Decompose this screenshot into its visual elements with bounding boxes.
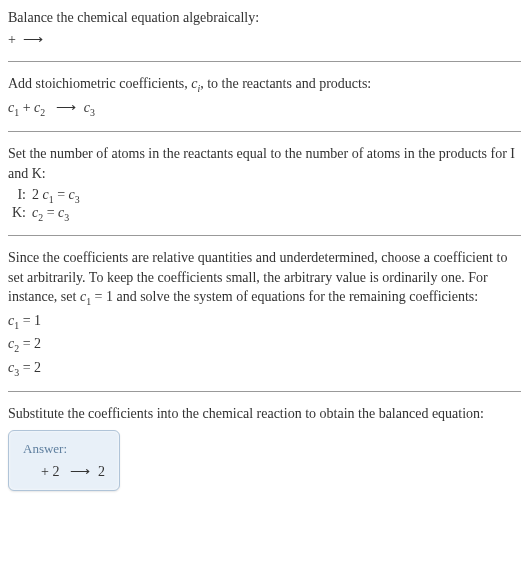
intro-eq-plus: + [8,32,19,47]
answer-equation: + 2 ⟶ 2 [23,463,105,480]
c-val: = 2 [19,336,41,351]
coef-2: 2 [32,187,43,202]
solve-text-b: = 1 and solve the system of equations fo… [91,289,478,304]
answer-box: Answer: + 2 ⟶ 2 [8,430,120,491]
atom-text: Set the number of atoms in the reactants… [8,144,521,183]
section-balance-intro: Balance the chemical equation algebraica… [8,8,521,49]
answer-pre: + 2 [41,464,63,479]
divider [8,235,521,236]
divider [8,391,521,392]
answer-label: Answer: [23,441,105,457]
c3-sub: 3 [75,194,80,205]
substitute-text: Substitute the coefficients into the che… [8,404,521,424]
c-val: = 1 [19,313,41,328]
divider [8,131,521,132]
intro-line1: Balance the chemical equation algebraica… [8,8,521,28]
stoich-text-b: , to the reactants and products: [200,76,371,91]
arrow-icon: ⟶ [70,463,90,480]
atom-row-K: K: c2 = c3 [8,205,521,223]
section-stoichiometric: Add stoichiometric coefficients, ci, to … [8,74,521,119]
section-solve: Since the coefficients are relative quan… [8,248,521,379]
atom-label-K: K: [8,205,32,221]
stoich-plus: + [19,100,34,115]
atom-equations: I: 2 c1 = c3 K: c2 = c3 [8,187,521,223]
solution-c2: c2 = 2 [8,334,521,356]
solution-c3: c3 = 2 [8,358,521,380]
c2-sub: 2 [40,106,45,117]
solve-text: Since the coefficients are relative quan… [8,248,521,309]
atom-eq-K: c2 = c3 [32,205,69,223]
atom-eq-I: 2 c1 = c3 [32,187,80,205]
answer-post: 2 [94,464,105,479]
equals: = [43,205,58,220]
intro-equation: + ⟶ [8,30,521,50]
c-val: = 2 [19,360,41,375]
atom-row-I: I: 2 c1 = c3 [8,187,521,205]
stoich-text: Add stoichiometric coefficients, ci, to … [8,74,521,96]
stoich-text-a: Add stoichiometric coefficients, [8,76,191,91]
divider [8,61,521,62]
section-substitute: Substitute the coefficients into the che… [8,404,521,491]
atom-label-I: I: [8,187,32,203]
solution-c1: c1 = 1 [8,311,521,333]
c3-sub: 3 [90,106,95,117]
stoich-equation: c1 + c2 ⟶ c3 [8,98,521,120]
section-atom-count: Set the number of atoms in the reactants… [8,144,521,223]
arrow-icon: ⟶ [56,98,76,118]
equals: = [54,187,69,202]
c3-sub: 3 [64,212,69,223]
arrow-icon: ⟶ [23,30,43,50]
